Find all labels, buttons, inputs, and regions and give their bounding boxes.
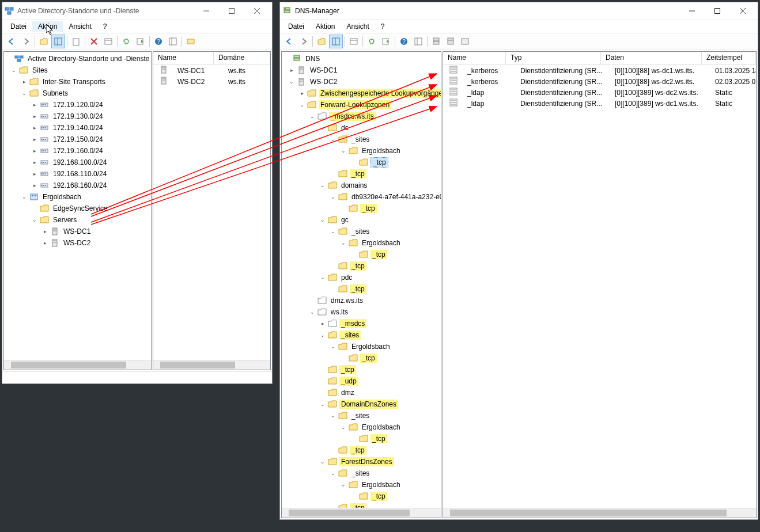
subnet-node[interactable]: ▸192.168.110.0/24 <box>4 168 151 180</box>
expander-icon[interactable]: ⌄ <box>329 135 337 143</box>
tree-node[interactable]: ▸_tcp <box>282 491 441 502</box>
tree-node[interactable]: ▸_tcp <box>282 444 441 456</box>
minimize-button[interactable] <box>194 3 219 19</box>
expander-icon[interactable]: ⌄ <box>288 78 296 86</box>
expander-icon[interactable]: ⌄ <box>329 469 337 477</box>
folder-up-icon[interactable] <box>315 35 328 48</box>
server-icon[interactable] <box>444 35 457 48</box>
list-item[interactable]: WS-DC2ws.its <box>153 76 270 87</box>
tree-scrollbar[interactable] <box>282 508 441 518</box>
tree-node[interactable]: ▸DNS <box>282 53 441 64</box>
minimize-button[interactable] <box>679 3 705 19</box>
expander-icon[interactable]: ⌄ <box>339 423 347 431</box>
expander-icon[interactable]: ▸ <box>319 320 327 328</box>
subnet-node[interactable]: ▸192.168.100.0/24 <box>4 157 151 168</box>
col-name[interactable]: Name <box>443 52 506 64</box>
tree-scrollbar[interactable] <box>4 360 151 370</box>
tree-node[interactable]: ▸_tcp <box>282 433 441 444</box>
tree-node[interactable]: ▸_tcp <box>282 283 441 295</box>
expander-icon[interactable]: ⌄ <box>319 124 327 132</box>
tree-node[interactable]: ⌄DomainDnsZones <box>282 398 441 410</box>
expander-icon[interactable]: ⌄ <box>329 193 337 201</box>
tree-node[interactable]: ▸_tcp <box>282 352 441 364</box>
tree-node[interactable]: ▸_msdcs <box>282 318 441 329</box>
expander-icon[interactable]: ⌄ <box>329 412 337 420</box>
menu-datei[interactable]: Datei <box>5 21 32 32</box>
properties-icon[interactable] <box>101 35 115 48</box>
list-header[interactable]: Name Typ Daten Zeitstempel <box>443 52 756 65</box>
tree-node[interactable]: ⌄_sites <box>282 468 441 479</box>
tree-node[interactable]: ⌄Forward-Lookupzonen <box>282 99 441 111</box>
expander-icon[interactable]: ⌄ <box>308 112 316 120</box>
help-icon[interactable]: ? <box>397 35 411 48</box>
ergoldsbach-node[interactable]: Ergoldsbach <box>41 192 83 202</box>
expander-icon[interactable]: ⌄ <box>329 343 337 351</box>
subnets-node[interactable]: Subnets <box>41 89 70 98</box>
subnet-node[interactable]: ▸172.19.130.0/24 <box>4 111 151 122</box>
tree-node[interactable]: ⌄domains <box>282 180 441 191</box>
expander-icon[interactable]: ⌄ <box>319 181 327 189</box>
folder-up-icon[interactable] <box>37 35 51 48</box>
menu-help[interactable]: ? <box>97 21 113 32</box>
subnet-node[interactable]: ▸172.19.160.0/24 <box>4 145 151 157</box>
inter-site-node[interactable]: Inter-Site Transports <box>41 77 107 86</box>
tree-node[interactable]: ▸dmz.ws.its <box>282 295 441 306</box>
expander-icon[interactable]: ⌄ <box>319 400 327 408</box>
tree-node[interactable]: ▸_tcp <box>282 260 441 272</box>
dns-titlebar[interactable]: DNS-Manager <box>280 2 758 20</box>
tree-node[interactable]: ⌄_msdcs.ws.its <box>282 111 441 122</box>
maximize-button[interactable] <box>705 3 730 19</box>
subnet-node[interactable]: ▸172.19.140.0/24 <box>4 122 151 134</box>
expander-icon[interactable]: ⌄ <box>329 227 337 235</box>
tree-node[interactable]: ⌄Ergoldsbach <box>282 145 441 157</box>
col-type[interactable]: Typ <box>506 52 601 64</box>
server-node[interactable]: ▸WS-DC2 <box>4 237 151 249</box>
subnet-node[interactable]: ▸172.19.120.0/24 <box>4 99 151 111</box>
tree-node[interactable]: ⌄Ergoldsbach <box>282 421 441 433</box>
tree-node[interactable]: ▸_udp <box>282 375 441 387</box>
close-button[interactable] <box>244 3 270 19</box>
filter-icon[interactable] <box>458 35 472 48</box>
copy-icon[interactable] <box>69 35 83 48</box>
menu-help[interactable]: ? <box>375 21 391 32</box>
tree-node[interactable]: ⌄gc <box>282 214 441 226</box>
tree-node[interactable]: ▸_tcp <box>282 364 441 375</box>
col-name[interactable]: Name <box>153 52 214 64</box>
tree-node[interactable]: ⌄WS-DC2 <box>282 76 441 88</box>
tree-node[interactable]: ⌄_sites <box>282 134 441 145</box>
ad-list[interactable]: Name Domäne WS-DC1ws.itsWS-DC2ws.its <box>153 51 271 370</box>
col-domain[interactable]: Domäne <box>214 52 270 64</box>
tool-icon[interactable] <box>184 35 198 48</box>
options-icon[interactable] <box>411 35 425 48</box>
export-icon[interactable] <box>379 35 393 48</box>
tree-node[interactable]: ⌄_sites <box>282 329 441 341</box>
expander-icon[interactable]: ⌄ <box>319 216 327 224</box>
tree-node[interactable]: ▸Zwischengespeicherte Lookupvorgänge <box>282 88 441 99</box>
nav-forward-icon[interactable] <box>19 35 33 48</box>
ad-tree[interactable]: ▸Active Directory-Standorte und -Dienste… <box>3 51 152 370</box>
tree-node[interactable]: ▸_tcp <box>282 249 441 260</box>
expander-icon[interactable]: ▸ <box>298 89 306 97</box>
maximize-button[interactable] <box>219 3 244 19</box>
server-node[interactable]: ▸WS-DC1 <box>4 226 151 237</box>
subnet-node[interactable]: ▸192.168.160.0/24 <box>4 180 151 191</box>
list-item[interactable]: _kerberosDienstidentifizierung (SR...[0]… <box>443 76 756 87</box>
options-icon[interactable] <box>166 35 180 48</box>
sites-node[interactable]: Sites <box>31 66 50 75</box>
menu-ansicht[interactable]: Ansicht <box>63 21 97 32</box>
tree-node[interactable]: ⌄ForestDnsZones <box>282 456 441 468</box>
nav-back-icon[interactable] <box>282 35 296 48</box>
expander-icon[interactable]: ⌄ <box>308 308 316 316</box>
expander-icon[interactable]: ⌄ <box>298 101 306 109</box>
close-button[interactable] <box>730 3 755 19</box>
expander-icon[interactable]: ⌄ <box>319 273 327 282</box>
tree-node[interactable]: ⌄_sites <box>282 226 441 237</box>
nav-forward-icon[interactable] <box>297 35 311 48</box>
dns-tree[interactable]: ▸DNS▸WS-DC1⌄WS-DC2▸Zwischengespeicherte … <box>281 51 441 518</box>
dns-list[interactable]: Name Typ Daten Zeitstempel _kerberosDien… <box>443 51 757 518</box>
expander-icon[interactable]: ▸ <box>288 66 296 74</box>
tree-root[interactable]: Active Directory-Standorte und -Dienste … <box>26 54 152 63</box>
help-icon[interactable]: ? <box>152 35 165 48</box>
list-scrollbar[interactable] <box>153 360 270 370</box>
col-timestamp[interactable]: Zeitstempel <box>702 52 756 64</box>
